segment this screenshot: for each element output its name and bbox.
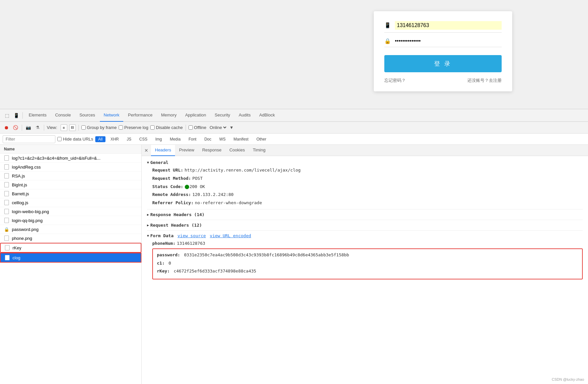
preserve-log-label[interactable]: Preserve log — [119, 125, 148, 130]
response-headers-title[interactable]: ▶ Response Headers (14) — [147, 212, 583, 217]
view-list-button[interactable]: ≡ — [61, 124, 67, 131]
list-item[interactable]: login-qq-big.png — [0, 216, 141, 225]
general-section-title[interactable]: ▼ General — [147, 160, 583, 165]
login-button[interactable]: 登 录 — [384, 55, 502, 72]
remote-address-value: 120.133.2.242:80 — [192, 191, 233, 198]
filter-button[interactable]: ⚗ — [34, 124, 41, 131]
filter-tag-css[interactable]: CSS — [136, 136, 150, 142]
inspect-icon[interactable]: ⬚ — [3, 111, 11, 120]
phone-input[interactable]: 13146128763 — [397, 22, 500, 28]
c1-row: c1: 0 — [157, 260, 578, 267]
disable-cache-checkbox[interactable] — [150, 125, 155, 130]
clear-button[interactable]: 🚫 — [12, 124, 19, 131]
list-item[interactable]: Barrett.js — [0, 189, 141, 198]
filter-tag-media[interactable]: Media — [167, 136, 184, 142]
section-divider-2 — [147, 220, 583, 220]
remote-address-row: Remote Address: 120.133.2.242:80 — [152, 191, 583, 198]
tab-audits[interactable]: Audits — [235, 109, 254, 122]
close-panel-button[interactable]: ✕ — [143, 147, 150, 154]
offline-checkbox[interactable] — [189, 125, 193, 130]
file-doc-icon — [5, 245, 10, 250]
filter-tag-xhr[interactable]: XHR — [107, 136, 122, 142]
tab-sources[interactable]: Sources — [75, 109, 99, 122]
online-select[interactable]: Online — [208, 125, 227, 130]
filter-tag-other[interactable]: Other — [253, 136, 269, 142]
list-item[interactable]: BigInt.js — [0, 180, 141, 189]
dropdown-arrow-icon[interactable]: ▼ — [229, 125, 234, 130]
filter-input[interactable] — [3, 135, 55, 143]
tab-security[interactable]: Security — [211, 109, 234, 122]
view-encoded-link[interactable]: view URL encoded — [210, 233, 251, 238]
list-item[interactable]: celllog.js — [0, 198, 141, 207]
file-name: clog — [13, 255, 20, 260]
form-data-section: ▼ Form Data view source view URL encoded… — [147, 233, 583, 279]
req-tab-preview[interactable]: Preview — [175, 145, 198, 156]
right-panel: ✕ Headers Preview Response Cookies Timin… — [142, 145, 588, 384]
devtools-tab-bar: ⬚ 📱 Elements Console Sources Network Per… — [0, 109, 588, 122]
request-method-value: POST — [192, 175, 202, 182]
tab-memory[interactable]: Memory — [157, 109, 181, 122]
file-doc-icon — [4, 200, 9, 205]
req-tab-response[interactable]: Response — [198, 145, 225, 156]
req-tab-headers[interactable]: Headers — [151, 145, 175, 156]
file-name: Barrett.js — [12, 191, 29, 196]
hide-data-urls-label[interactable]: Hide data URLs — [57, 137, 93, 142]
request-headers-title[interactable]: ▶ Request Headers (12) — [147, 223, 583, 228]
group-by-frame-label[interactable]: Group by frame — [81, 125, 117, 130]
list-item[interactable]: phone.png — [0, 234, 141, 243]
phone-num-label: phoneNum: — [152, 240, 175, 247]
camera-button[interactable]: 📷 — [25, 124, 32, 131]
filter-tag-js[interactable]: JS — [124, 136, 134, 142]
record-button[interactable]: ⏺ — [3, 124, 10, 131]
file-name: phone.png — [12, 236, 32, 241]
request-url-row: Request URL: http://activity.renren.com/… — [152, 167, 583, 174]
tab-network[interactable]: Network — [100, 109, 124, 122]
filter-tag-doc[interactable]: Doc — [201, 136, 214, 142]
request-method-label: Request Method: — [152, 175, 191, 182]
filter-tag-ws[interactable]: WS — [216, 136, 228, 142]
file-doc-icon — [4, 191, 9, 196]
sensitive-data-box: password: 0331e2350c7ea4ac9b508d3c43c939… — [152, 248, 583, 279]
form-data-title[interactable]: ▼ Form Data view source view URL encoded — [147, 233, 583, 238]
request-url-label: Request URL: — [152, 167, 183, 174]
disable-cache-label[interactable]: Disable cache — [150, 125, 183, 130]
hide-data-urls-checkbox[interactable] — [57, 137, 62, 141]
device-icon[interactable]: 📱 — [12, 111, 20, 120]
list-item[interactable]: 🔒 password.png — [0, 225, 141, 234]
tab-elements[interactable]: Elements — [25, 109, 50, 122]
tab-application[interactable]: Application — [181, 109, 210, 122]
main-content-area: Name log?c1=&c2=&c3=&c4=&from_uid=&isFul… — [0, 145, 588, 384]
filter-tag-font[interactable]: Font — [186, 136, 199, 142]
password-field: 🔒 — [384, 38, 502, 47]
tab-performance[interactable]: Performance — [124, 109, 156, 122]
list-item-rkey[interactable]: rKey — [0, 243, 141, 253]
file-name: rKey — [13, 245, 21, 250]
status-code-row: Status Code: ⬤ 200 OK — [152, 183, 583, 190]
toolbar-divider-1 — [22, 125, 22, 131]
password-label: password: — [157, 252, 180, 257]
view-group-button[interactable]: ⊟ — [69, 124, 76, 131]
list-item-clog[interactable]: clog — [0, 253, 141, 263]
list-item[interactable]: log?c1=&c2=&c3=&c4=&from_uid=&isFull=&..… — [0, 154, 141, 163]
register-link[interactable]: 还没账号？去注册 — [467, 78, 502, 83]
list-item[interactable]: logAndReg.css — [0, 163, 141, 172]
list-item[interactable]: login-weibo-big.png — [0, 207, 141, 216]
forgot-password-link[interactable]: 忘记密码？ — [384, 78, 406, 83]
tab-console[interactable]: Console — [51, 109, 75, 122]
file-name: login-weibo-big.png — [12, 209, 49, 214]
file-doc-icon — [4, 155, 9, 161]
offline-label[interactable]: Offline — [189, 125, 206, 130]
req-tab-timing[interactable]: Timing — [249, 145, 270, 156]
list-item[interactable]: RSA.js — [0, 172, 141, 180]
req-tab-cookies[interactable]: Cookies — [225, 145, 249, 156]
tab-adblock[interactable]: AdBlock — [255, 109, 279, 122]
view-source-link[interactable]: view source — [177, 233, 206, 238]
filter-tag-all[interactable]: All — [95, 136, 105, 142]
password-input[interactable] — [395, 38, 502, 44]
filter-tag-img[interactable]: Img — [152, 136, 165, 142]
preserve-log-checkbox[interactable] — [119, 125, 123, 130]
filter-tag-manifest[interactable]: Manifest — [231, 136, 251, 142]
group-by-frame-checkbox[interactable] — [81, 125, 86, 130]
file-name: celllog.js — [12, 200, 28, 205]
referrer-policy-row: Referrer Policy: no-referrer-when-downgr… — [152, 200, 583, 207]
